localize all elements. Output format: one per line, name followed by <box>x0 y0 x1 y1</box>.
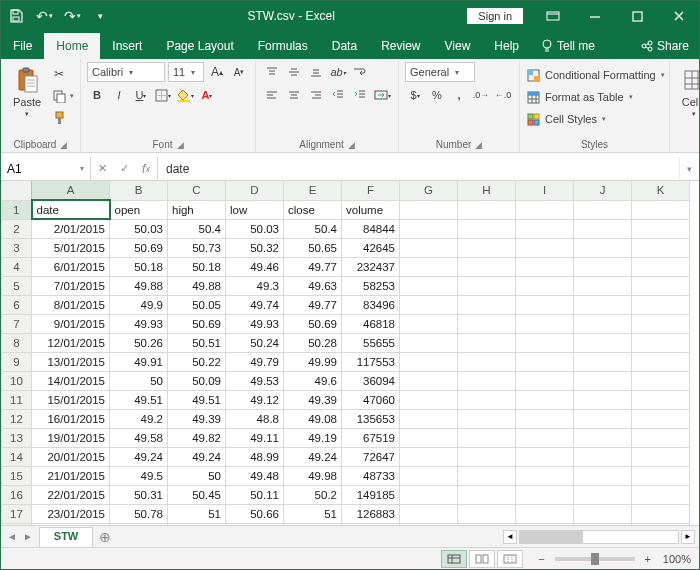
cell[interactable] <box>516 447 574 466</box>
column-header[interactable]: H <box>458 181 516 200</box>
fill-color-button[interactable]: ▾ <box>175 85 195 105</box>
cell[interactable] <box>516 428 574 447</box>
cell[interactable] <box>516 257 574 276</box>
cell[interactable] <box>632 390 690 409</box>
row-header[interactable]: 14 <box>2 447 32 466</box>
page-break-view-button[interactable] <box>497 550 523 568</box>
cell[interactable] <box>516 219 574 238</box>
cell[interactable] <box>400 428 458 447</box>
cell[interactable]: 50.69 <box>284 314 342 333</box>
cell[interactable]: 13/01/2015 <box>32 352 110 371</box>
zoom-percent[interactable]: 100% <box>655 553 699 565</box>
cell[interactable]: 50.4 <box>168 219 226 238</box>
cell[interactable] <box>458 276 516 295</box>
cell[interactable] <box>516 390 574 409</box>
clipboard-dialog-launcher[interactable]: ◢ <box>60 140 67 150</box>
normal-view-button[interactable] <box>441 550 467 568</box>
tab-view[interactable]: View <box>433 33 483 59</box>
tab-insert[interactable]: Insert <box>100 33 154 59</box>
tab-formulas[interactable]: Formulas <box>246 33 320 59</box>
save-icon[interactable] <box>5 5 27 27</box>
worksheet-grid[interactable]: ABCDEFGHIJK1dateopenhighlowclosevolume22… <box>1 181 699 525</box>
column-header[interactable]: G <box>400 181 458 200</box>
align-middle-button[interactable] <box>284 62 304 82</box>
cell[interactable]: 49.63 <box>284 276 342 295</box>
accounting-format-button[interactable]: $▾ <box>405 85 425 105</box>
align-center-button[interactable] <box>284 85 304 105</box>
cell[interactable]: 49.48 <box>226 466 284 485</box>
row-header[interactable]: 3 <box>2 238 32 257</box>
cell[interactable] <box>574 352 632 371</box>
cell[interactable]: 72647 <box>342 447 400 466</box>
wrap-text-button[interactable] <box>350 62 370 82</box>
enter-formula-icon[interactable]: ✓ <box>113 162 135 175</box>
alignment-dialog-launcher[interactable]: ◢ <box>348 140 355 150</box>
cell[interactable] <box>400 314 458 333</box>
column-header[interactable]: K <box>632 181 690 200</box>
cell[interactable] <box>632 276 690 295</box>
column-header[interactable]: E <box>284 181 342 200</box>
cell[interactable] <box>516 238 574 257</box>
row-header[interactable]: 18 <box>2 523 32 525</box>
cell[interactable]: 126883 <box>342 504 400 523</box>
cell[interactable]: 46818 <box>342 314 400 333</box>
cell[interactable]: 49.39 <box>168 409 226 428</box>
zoom-out-button[interactable]: − <box>534 553 548 565</box>
cell[interactable] <box>516 466 574 485</box>
cell[interactable] <box>458 314 516 333</box>
cell[interactable]: 2/01/2015 <box>32 219 110 238</box>
cell[interactable]: 51 <box>284 504 342 523</box>
row-header[interactable]: 8 <box>2 333 32 352</box>
cell[interactable]: 50 <box>110 371 168 390</box>
cell[interactable] <box>574 504 632 523</box>
sheet-tab-stw[interactable]: STW <box>39 527 93 547</box>
tab-help[interactable]: Help <box>482 33 531 59</box>
cell[interactable]: 222744 <box>342 523 400 525</box>
cell[interactable] <box>574 523 632 525</box>
cell[interactable]: 50.73 <box>168 238 226 257</box>
cell[interactable] <box>516 352 574 371</box>
cell[interactable]: 49.24 <box>284 447 342 466</box>
cell[interactable]: 49.11 <box>226 428 284 447</box>
tab-home[interactable]: Home <box>44 33 100 59</box>
cell[interactable]: 50.09 <box>168 371 226 390</box>
cell[interactable] <box>400 504 458 523</box>
cell[interactable]: 50.22 <box>168 352 226 371</box>
format-painter-button[interactable] <box>51 108 74 128</box>
tell-me[interactable]: Tell me <box>531 33 605 59</box>
column-header[interactable]: B <box>110 181 168 200</box>
cell[interactable] <box>632 428 690 447</box>
cell[interactable]: 51.04 <box>110 523 168 525</box>
tab-page-layout[interactable]: Page Layout <box>154 33 245 59</box>
share-button[interactable]: Share <box>631 33 699 59</box>
italic-button[interactable]: I <box>109 85 129 105</box>
cell[interactable]: 83496 <box>342 295 400 314</box>
cell[interactable] <box>458 295 516 314</box>
conditional-formatting-button[interactable]: Conditional Formatting▾ <box>526 65 665 85</box>
redo-icon[interactable]: ↷▾ <box>61 5 83 27</box>
cell[interactable] <box>516 504 574 523</box>
column-header[interactable]: F <box>342 181 400 200</box>
cell[interactable]: 19/01/2015 <box>32 428 110 447</box>
cell[interactable]: 9/01/2015 <box>32 314 110 333</box>
cell[interactable]: 67519 <box>342 428 400 447</box>
cell[interactable]: 50.78 <box>110 504 168 523</box>
cell[interactable]: 49.74 <box>226 295 284 314</box>
font-dialog-launcher[interactable]: ◢ <box>177 140 184 150</box>
cell[interactable]: 49.46 <box>226 257 284 276</box>
cell[interactable] <box>516 485 574 504</box>
row-header[interactable]: 13 <box>2 428 32 447</box>
row-header[interactable]: 6 <box>2 295 32 314</box>
scroll-right-icon[interactable]: ► <box>681 530 695 544</box>
cell[interactable]: 49.99 <box>284 352 342 371</box>
cell[interactable] <box>458 200 516 219</box>
cell[interactable] <box>574 485 632 504</box>
font-color-button[interactable]: A▾ <box>197 85 217 105</box>
cell[interactable] <box>400 276 458 295</box>
cell[interactable]: 5/01/2015 <box>32 238 110 257</box>
increase-decimal-button[interactable]: .0→ <box>471 85 491 105</box>
cell[interactable]: 50.26 <box>110 333 168 352</box>
cell[interactable]: 49.19 <box>284 428 342 447</box>
page-layout-view-button[interactable] <box>469 550 495 568</box>
row-header[interactable]: 5 <box>2 276 32 295</box>
